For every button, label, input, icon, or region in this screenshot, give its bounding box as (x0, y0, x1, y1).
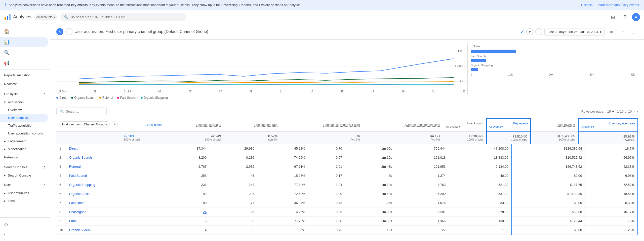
add-comparison-button[interactable]: + (65, 28, 72, 35)
realtime-label: Realtime (4, 82, 17, 86)
row-event-count: 5,209 (395, 189, 449, 198)
row-channel[interactable]: Referral (66, 162, 162, 171)
sidebar-item-cohorts[interactable]: User acquisition cohorts (0, 129, 48, 137)
sidebar-item-advertising[interactable]: 📢 (0, 58, 48, 68)
x-label-8: 11 (280, 90, 283, 93)
col-header-engaged-sessions[interactable]: Engaged sessions (165, 118, 224, 132)
bar-chart-label: Referral (471, 45, 635, 48)
date-range-picker[interactable]: Last 28 days Jun 26 - Jul 23, 2024 ▾ (544, 28, 605, 36)
sidebar-item-engagement[interactable]: ▸ Engagement (0, 137, 50, 145)
user-key-event-rate-filter[interactable]: All events ▾ (581, 125, 635, 128)
x-label-12: 19 (402, 90, 405, 93)
rows-per-page-label: Rows per page: (581, 110, 604, 113)
dimension-controls: First user prim...Channel Group ▾ + (59, 120, 118, 129)
dismiss-button[interactable]: Dismiss (581, 3, 593, 7)
sidebar-item-reports[interactable]: 📊 (0, 37, 48, 47)
col-header-total-revenue[interactable]: Total revenue (531, 118, 578, 132)
row-new-users: 4 (162, 225, 210, 234)
sidebar-item-search-console[interactable]: ▸ Search Console (0, 171, 50, 179)
row-rank: 2 (56, 153, 66, 162)
key-events-filter[interactable]: All events ▾ (489, 125, 528, 128)
row-channel[interactable]: Organic Search (66, 153, 162, 162)
learn-more-link[interactable]: Learn more about key events (597, 3, 639, 7)
sidebar-item-realtime[interactable]: Realtime (0, 80, 48, 88)
row-event-count: 27 (395, 225, 449, 234)
page-header: A + User acquisition: First user primary… (50, 24, 644, 40)
row-channel[interactable]: Paid Other (66, 198, 162, 207)
info-banner: ℹ Analytics conversions have been rename… (0, 0, 644, 10)
col-header-key-events[interactable]: Key events All events ▾ (487, 118, 531, 132)
avatar[interactable]: A (632, 13, 640, 21)
search-input[interactable] (70, 15, 182, 19)
lifecycle-chevron-icon[interactable]: ∧ (43, 91, 46, 96)
row-user-key-event-rate: 25% (585, 225, 638, 234)
sidebar-item-monetization[interactable]: ▸ Monetization (0, 145, 50, 153)
add-dimension-button[interactable]: + (112, 121, 118, 127)
table-search: 🔍 (56, 108, 107, 115)
row-engagement-rate: 74.25% (257, 153, 308, 162)
row-channel[interactable]: Email (66, 216, 162, 225)
app-header: Analytics All accounts ▾ 🔍 ⊞ ? A (0, 10, 644, 24)
user-chevron-icon[interactable]: ∧ (43, 182, 46, 187)
col-header-new-users[interactable]: ↓ New users (121, 118, 165, 132)
key-events-label: Key events (489, 122, 528, 125)
table-search-input[interactable] (66, 110, 104, 113)
dimension-chip[interactable]: First user prim...Channel Group ▾ (59, 121, 110, 127)
add-metric-button[interactable]: + (535, 28, 542, 35)
row-channel[interactable]: Paid Search (66, 171, 162, 180)
col-header-event-count[interactable]: Event count All events ▾ (443, 118, 487, 132)
row-channel[interactable]: Unassigned (66, 207, 162, 216)
sidebar-item-retention[interactable]: Retention (0, 153, 48, 162)
sidebar-item-home[interactable]: 🏠 (0, 26, 48, 37)
row-channel[interactable]: Organic Video (66, 225, 162, 234)
next-page-icon[interactable]: › (637, 110, 638, 113)
col-header-dimension[interactable]: First user prim...Channel Group ▾ + (56, 118, 121, 132)
expand-icon-engagement: ▸ (4, 139, 6, 143)
more-options-icon[interactable]: ⋮ (629, 27, 638, 36)
sidebar-item-tech[interactable]: ▸ Tech (0, 197, 50, 205)
prev-page-icon[interactable]: ‹ (634, 110, 635, 113)
logo: Analytics (4, 14, 31, 21)
help-icon[interactable]: ? (620, 12, 630, 22)
rows-per-page-select[interactable]: 10 25 50 (606, 109, 615, 114)
col-header-engagement-rate[interactable]: Engagement rate (224, 118, 280, 132)
col-header-user-key-event-rate[interactable]: User key event rate All events ▾ (578, 118, 638, 132)
accounts-chip[interactable]: All accounts ▾ (34, 14, 57, 20)
row-event-count: 161,018 (395, 153, 449, 162)
sidebar-item-settings[interactable]: ⚙ (0, 220, 48, 230)
search-console-chevron-icon[interactable]: ∧ (43, 165, 46, 169)
col-header-avg-engagement[interactable]: Average engagement time (363, 118, 443, 132)
user-acquisition-label: User acquisition (8, 116, 31, 120)
row-channel[interactable]: Organic Shopping (66, 180, 162, 189)
row-channel[interactable]: Organic Social (66, 189, 162, 198)
sidebar-item-user-acquisition[interactable]: User acquisition (0, 114, 48, 122)
verified-icon: ✓ (520, 29, 524, 35)
sidebar-item-traffic-acquisition[interactable]: Traffic acquisition (0, 122, 48, 129)
sidebar-item-acquisition[interactable]: ▾ Acquisition (0, 98, 50, 106)
row-rank: 5 (56, 180, 66, 189)
x-label-13: 21 (432, 90, 435, 93)
chart-split: 1K 500 0 (56, 44, 638, 94)
engagement-rate-label: Engagement rate (254, 123, 277, 127)
rows-per-page-control: Rows per page: 10 25 50 1-10 of 10 ‹ › (581, 109, 638, 114)
sidebar-item-user-attributes[interactable]: ▸ User attributes (0, 189, 50, 197)
row-user-key-event-rate: 6.95% (585, 171, 638, 180)
share-icon[interactable]: ↗ (618, 27, 627, 36)
totals-row: 49,203 100% of total 42,249 100% of tota… (56, 132, 638, 144)
tech-label: Tech (8, 199, 15, 203)
apps-icon[interactable]: ⊞ (608, 12, 618, 22)
row-engagement-rate: 60% (257, 225, 308, 234)
sidebar-item-reports-snapshot[interactable]: Reports snapshot (0, 71, 48, 80)
total-revenue-label: Total revenue (557, 123, 575, 127)
edit-report-button[interactable]: ▾ (526, 28, 533, 35)
event-count-filter[interactable]: All events ▾ (446, 125, 483, 128)
row-rank: 6 (56, 189, 66, 198)
sidebar-item-explore[interactable]: 🔍 (0, 47, 48, 58)
sidebar-collapse[interactable]: ‹ (0, 230, 48, 239)
cohorts-label: User acquisition cohorts (8, 131, 43, 135)
col-header-engaged-per-user[interactable]: Engaged sessions per user (280, 118, 363, 132)
row-channel[interactable]: Direct (66, 144, 162, 153)
sidebar-item-overview[interactable]: Overview (0, 106, 48, 114)
comparison-view-icon[interactable]: ⊞ (607, 27, 616, 36)
x-label-11: 17 (371, 90, 374, 93)
